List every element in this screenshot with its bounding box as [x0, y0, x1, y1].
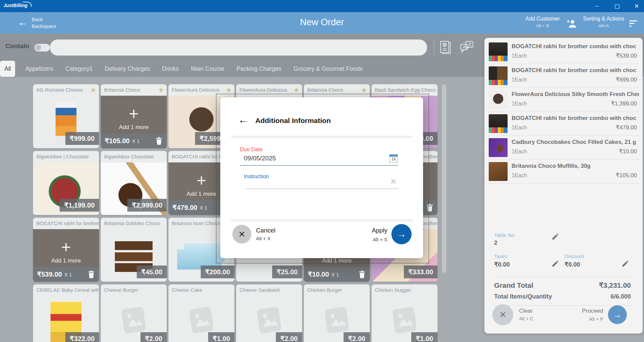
cart-item[interactable]: FlowerAura Delicious Silky Smooth Fresh …: [487, 88, 640, 112]
quantity-multiplier: X 1: [64, 272, 72, 277]
translate-icon[interactable]: 文 A: [459, 40, 474, 54]
clear-button[interactable]: ✕: [492, 304, 513, 325]
proceed-button[interactable]: →: [608, 305, 627, 324]
trash-icon[interactable]: [155, 137, 163, 145]
contain-label: Contain: [5, 42, 29, 50]
favorite-star-icon: ★: [90, 86, 96, 94]
svg-text:文: 文: [468, 42, 472, 47]
contain-toggle[interactable]: [34, 44, 50, 52]
vertical-scrollbar[interactable]: [442, 84, 446, 273]
calendar-icon-header: [390, 155, 397, 157]
price-badge: ₹999.00: [65, 132, 99, 145]
app-window: JustBilling ← Back Backspace New Order A…: [0, 0, 644, 342]
cart-item[interactable]: Britannia Choco Muffills, 30g1Each₹105.0…: [487, 160, 640, 184]
cart-item-name: BOGATCHI rakhi for brother combo with ch…: [512, 115, 639, 122]
tab-delivery-charges[interactable]: Delivery Charges: [105, 65, 150, 72]
price-badge: ₹1.00: [208, 332, 234, 342]
tab-packing-charges[interactable]: Packing Charges: [236, 65, 281, 72]
price-badge: ₹200.00: [201, 266, 234, 278]
product-title: Cheese Cake: [168, 284, 234, 296]
maximize-button[interactable]: [609, 0, 625, 12]
product-card[interactable]: Cheese Cake₹1.00: [168, 284, 234, 342]
product-title: BOGATCHI rakhi for brother: [33, 218, 99, 229]
dialog-back-arrow-icon[interactable]: ←: [238, 114, 249, 125]
sorting-actions-button[interactable]: Sorting & Actions Alt+A: [581, 16, 626, 28]
page-header: ← Back Backspace New Order Add Customer …: [0, 12, 644, 34]
discount-label: Discount: [565, 253, 584, 259]
tab-grocery-gourmet-foods[interactable]: Grocery & Gourmet Foods: [293, 65, 362, 72]
price-badge: ₹2,999.00: [127, 199, 167, 212]
proceed-label: Proceed: [582, 308, 603, 314]
trash-icon[interactable]: [426, 204, 433, 212]
table-no-value: 2: [494, 240, 497, 246]
edit-table-pencil-icon[interactable]: [551, 233, 559, 241]
quantity-multiplier: X 1: [132, 138, 140, 144]
cart-item-price: ₹1,399.00: [611, 100, 637, 107]
apply-labels: Apply Alt + S: [372, 227, 387, 242]
sorting-label: Sorting & Actions: [581, 16, 626, 22]
tab-appetizers[interactable]: Appetizers: [25, 65, 53, 72]
selected-item-price: ₹539.00: [37, 270, 62, 278]
product-card[interactable]: BOGATCHI rakhi for brother+Add 1 more₹53…: [33, 218, 99, 282]
trash-icon[interactable]: [358, 270, 366, 279]
product-title: CERELAC Baby Cereal with: [33, 284, 99, 296]
favorite-star-icon: ★: [361, 86, 367, 94]
product-card[interactable]: Chicken Burger₹2.00: [304, 284, 370, 342]
product-card[interactable]: Bigwishbox | Chocolate₹1,199.00: [33, 151, 99, 215]
search-input[interactable]: [57, 41, 420, 54]
trash-icon[interactable]: [88, 270, 95, 279]
cancel-button[interactable]: ✕: [232, 225, 251, 244]
product-title: Cheese Sandwich: [236, 284, 302, 296]
billing-invoice-icon[interactable]: [439, 40, 453, 54]
product-title: Britannia Choco: [101, 84, 167, 96]
apply-button[interactable]: →: [391, 224, 412, 244]
table-no-label: Table No.: [494, 232, 515, 238]
proceed-labels: Proceed Alt + P: [582, 308, 603, 322]
calendar-icon[interactable]: 15: [389, 154, 398, 162]
close-button[interactable]: [629, 0, 644, 12]
cancel-label: Cancel: [256, 227, 276, 234]
add-person-icon[interactable]: [565, 18, 578, 29]
edit-discount-pencil-icon[interactable]: [621, 260, 629, 268]
quantity-multiplier: X 1: [331, 272, 339, 277]
cart-item-name: FlowerAura Delicious Silky Smooth Fresh …: [512, 91, 639, 98]
tab-main-course[interactable]: Main Course: [191, 65, 224, 72]
instruction-label: Instruction: [244, 174, 269, 180]
quantity-bar: ₹105.00X 1: [101, 133, 167, 148]
cart-item-price: ₹10.00: [619, 148, 637, 155]
product-card[interactable]: Cheese Burger₹2.00: [101, 284, 167, 342]
cart-item-price: ₹105.00: [616, 172, 637, 179]
sorting-shortcut: Alt+A: [581, 23, 626, 28]
cancel-shortcut: Alt + X: [256, 236, 270, 241]
product-card[interactable]: Bigwishbox Chocolate₹2,999.00: [101, 151, 167, 215]
product-card[interactable]: CERELAC Baby Cereal with₹322.00: [33, 284, 99, 342]
cart-item-image: [489, 90, 508, 109]
selected-item-price: ₹105.00: [105, 137, 130, 145]
tab-all[interactable]: All: [0, 61, 15, 77]
due-date-field[interactable]: 09/05/2025: [244, 155, 276, 162]
svg-text:A: A: [463, 45, 466, 50]
product-card[interactable]: Britannia Choco★+Add 1 more₹105.00X 1: [101, 84, 167, 148]
cart-item-quantity: 1Each: [512, 125, 527, 131]
dialog-divider: [231, 136, 413, 137]
cart-item-quantity: 1Each: [512, 149, 527, 155]
tab-drinks[interactable]: Drinks: [162, 65, 179, 72]
favorite-star-icon: ★: [226, 86, 232, 94]
price-badge: ₹2.00: [344, 332, 370, 342]
product-card[interactable]: Cheese Sandwich₹2.00: [236, 284, 302, 342]
add-customer-button[interactable]: Add Customer Alt + B: [523, 16, 562, 28]
product-title: FlowerAura Delicious: [236, 84, 302, 96]
tab-category1[interactable]: Category1: [65, 65, 93, 72]
product-card[interactable]: Britannia Gobbles Choco₹45.00: [101, 218, 167, 282]
cart-item[interactable]: BOGATCHI rakhi for brother combo with ch…: [487, 112, 640, 136]
filter-sort-icon[interactable]: [628, 20, 639, 28]
edit-taxes-pencil-icon[interactable]: [551, 260, 559, 268]
minimize-button[interactable]: [589, 0, 605, 12]
clear-instruction-icon[interactable]: ✕: [390, 178, 397, 186]
add-customer-label: Add Customer: [523, 16, 562, 22]
cart-item[interactable]: Cadbury Chocobakes Choc Filled Cakes, 21…: [487, 136, 640, 160]
product-card[interactable]: Chicken Nugger₹1.00: [372, 284, 438, 342]
product-title: Bauli Sandwich Egg Choco: [372, 84, 438, 96]
product-card[interactable]: AG Romano Cheese★₹999.00: [33, 84, 99, 148]
instruction-field[interactable]: [245, 188, 399, 189]
